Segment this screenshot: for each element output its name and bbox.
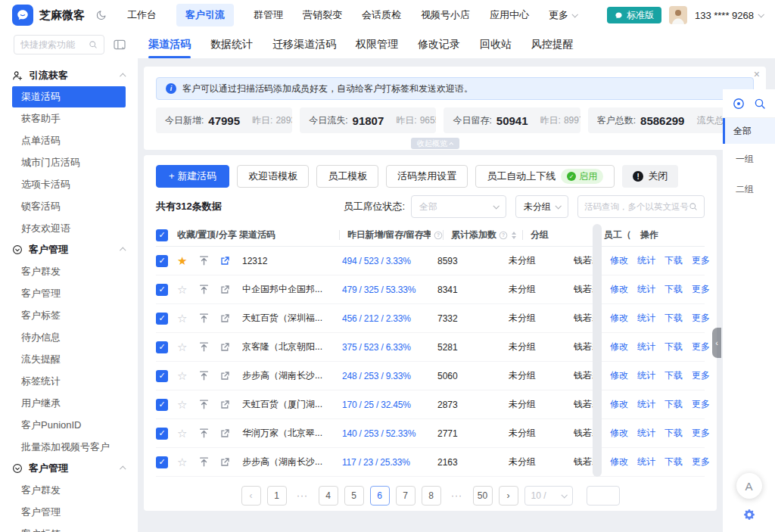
close-toggle-button[interactable]: ! 关闭 [622,165,678,188]
sidebar-item-city-store-code[interactable]: 城市门店活码 [0,151,138,173]
share-icon[interactable] [219,457,230,468]
sidebar-item-acquisition-assistant[interactable]: 获客助手 [0,107,138,129]
stats-link[interactable]: 统计 [637,427,655,440]
pin-top-icon[interactable] [198,313,210,324]
nav-app-center[interactable]: 应用中心 [490,8,529,22]
account-dropdown[interactable]: 133 **** 9268 [695,10,763,21]
seat-status-select[interactable]: 全部 [411,195,506,218]
nav-workbench[interactable]: 工作台 [127,8,157,22]
pin-top-icon[interactable] [198,255,210,266]
close-icon[interactable]: × [754,68,760,80]
more-link[interactable]: 更多 [692,427,710,440]
sort-icon[interactable] [512,232,516,239]
staff-template-button[interactable]: 员工模板 [316,165,378,188]
row-checkbox[interactable]: ✓ [156,370,168,382]
pin-top-icon[interactable] [198,370,210,381]
new-code-button[interactable]: + 新建活码 [156,165,229,188]
stats-link[interactable]: 统计 [637,254,655,267]
tab-recycle-bin[interactable]: 回收站 [480,30,512,58]
gear-icon[interactable] [742,508,756,521]
row-checkbox[interactable]: ✓ [156,341,168,353]
sidebar-item-lock-customer-code[interactable]: 锁客活码 [0,195,138,217]
page-button-5[interactable]: 5 [344,486,364,506]
dark-mode-toggle[interactable] [95,9,107,21]
group-filter-select[interactable]: 未分组 [515,195,568,218]
stats-link[interactable]: 统计 [637,283,655,296]
quick-search-input[interactable] [20,39,86,50]
star-icon[interactable]: ☆ [177,456,187,469]
more-link[interactable]: 更多 [692,312,710,325]
sidebar-item-order-code[interactable]: 点单活码 [0,129,138,151]
group-item-two[interactable]: 二组 [723,174,775,204]
share-icon[interactable] [219,400,230,410]
share-icon[interactable] [219,428,230,439]
pin-top-icon[interactable] [198,456,210,468]
tab-migrate-channel-code[interactable]: 迁移渠道活码 [272,30,336,58]
more-link[interactable]: 更多 [692,456,710,468]
sidebar-item-channel-code[interactable]: 渠道活码 [12,86,126,107]
auto-online-button[interactable]: 员工自动上下线 ✓ 启用 [475,165,615,188]
tab-data-statistics[interactable]: 数据统计 [210,30,253,58]
tab-permission[interactable]: 权限管理 [356,30,398,58]
jump-next-ellipsis[interactable]: ··· [447,486,467,506]
download-link[interactable]: 下载 [665,427,683,440]
stats-link[interactable]: 统计 [637,398,655,411]
panel-collapse-handle[interactable]: ‹ [712,328,721,358]
row-checkbox[interactable]: ✓ [156,456,168,468]
select-all-checkbox[interactable]: ✓ [156,229,168,241]
more-link[interactable]: 更多 [692,254,710,267]
star-icon[interactable]: ☆ [177,427,187,440]
sidebar-item-customer-tags-1[interactable]: 客户标签 [0,304,138,326]
page-size-select[interactable]: 10 / [524,486,573,506]
pin-top-icon[interactable] [198,399,210,410]
sidebar-item-customer-unionid[interactable]: 客户PunionID [0,414,138,436]
sidebar-group-customer-mgmt-2[interactable]: 客户管理 [0,458,138,479]
sidebar-item-user-inheritance[interactable]: 用户继承 [0,392,138,414]
sidebar-item-todo-info[interactable]: 待办信息 [0,326,138,348]
sidebar-item-customer-mgmt-2[interactable]: 客户管理 [0,501,138,523]
star-icon[interactable]: ☆ [177,341,187,354]
nav-more[interactable]: 更多 [549,8,577,22]
sidebar-group-acquisition[interactable]: 引流获客 [0,65,138,86]
edit-link[interactable]: 修改 [610,283,628,296]
sidebar-item-tag-statistics[interactable]: 标签统计 [0,370,138,392]
sidebar-collapse-toggle[interactable] [114,39,126,50]
more-link[interactable]: 更多 [692,398,710,411]
pin-top-icon[interactable] [198,341,210,353]
welcome-template-button[interactable]: 欢迎语模板 [237,165,309,188]
app-logo[interactable] [12,5,33,26]
sidebar-item-churn-alert[interactable]: 流失提醒 [0,348,138,370]
sidebar-item-batch-add-video-customers[interactable]: 批量添加视频号客户 [0,436,138,458]
download-link[interactable]: 下载 [665,283,683,296]
pin-top-icon[interactable] [198,428,210,439]
code-search-input[interactable] [584,202,689,211]
row-checkbox[interactable]: ✓ [156,399,168,411]
stats-link[interactable]: 统计 [637,341,655,353]
tab-change-log[interactable]: 修改记录 [418,30,460,58]
page-button-7[interactable]: 7 [396,486,416,506]
edit-link[interactable]: 修改 [610,398,628,411]
sidebar-item-option-card-code[interactable]: 选项卡活码 [0,173,138,195]
tab-channel-code[interactable]: 渠道活码 [148,30,191,58]
sidebar-group-customer-mgmt-1[interactable]: 客户管理 [0,239,138,260]
share-icon[interactable] [219,371,230,381]
download-link[interactable]: 下载 [665,312,683,325]
tab-risk-alert[interactable]: 风控提醒 [531,30,574,58]
search-icon[interactable] [754,98,766,110]
nav-group-management[interactable]: 群管理 [254,8,283,22]
page-button-6-active[interactable]: 6 [370,486,390,506]
share-icon[interactable] [219,313,230,324]
nav-chat-inspection[interactable]: 会话质检 [362,8,401,22]
download-link[interactable]: 下载 [665,254,683,267]
more-link[interactable]: 更多 [692,283,710,296]
edit-link[interactable]: 修改 [610,254,628,267]
edit-link[interactable]: 修改 [610,427,628,440]
edit-link[interactable]: 修改 [610,312,628,325]
sidebar-item-customer-broadcast-2[interactable]: 客户群发 [0,479,138,501]
download-link[interactable]: 下载 [665,456,683,468]
next-page-button[interactable]: › [499,486,518,506]
download-link[interactable]: 下载 [665,369,683,382]
row-checkbox[interactable]: ✓ [156,313,168,325]
stats-link[interactable]: 统计 [637,312,655,325]
edit-link[interactable]: 修改 [610,369,628,382]
